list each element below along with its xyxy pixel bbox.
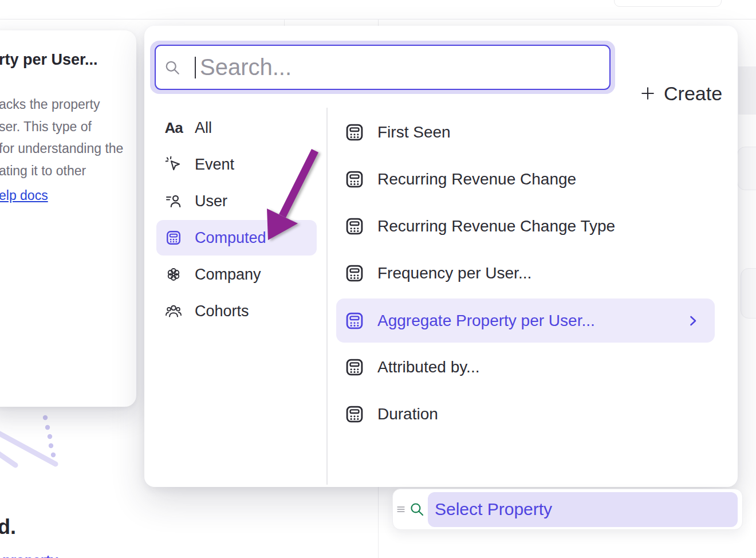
- search-input[interactable]: [199, 54, 609, 81]
- property-label: Duration: [377, 405, 438, 423]
- truncated-heading: d.: [0, 515, 16, 539]
- category-label: Company: [195, 266, 261, 284]
- search-field[interactable]: [155, 45, 611, 90]
- drag-handle-icon[interactable]: [395, 504, 407, 515]
- category-label: User: [195, 192, 227, 210]
- tooltip-body: acks the property ser. This type of for …: [0, 93, 123, 207]
- create-button[interactable]: Create: [636, 81, 726, 106]
- property-item-recurring-revenue-change-type[interactable]: Recurring Revenue Change Type: [336, 203, 715, 250]
- cohorts-icon: [164, 302, 183, 320]
- property-item-aggregate-property-per-user[interactable]: Aggregate Property per User...: [336, 298, 715, 343]
- modal-column-divider: [326, 108, 328, 485]
- category-label: Event: [195, 156, 234, 174]
- text-format-icon: Aa: [164, 119, 183, 137]
- category-label: Computed: [195, 229, 266, 247]
- property-result-list: First Seen Recurring Revenue Change Recu…: [336, 109, 715, 438]
- property-item-attributed-by[interactable]: Attributed by...: [336, 344, 715, 391]
- tooltip-line: ating it to other: [0, 160, 123, 182]
- background-button-fragment: [614, 0, 722, 7]
- category-label: Cohorts: [195, 302, 249, 320]
- tooltip-line: ser. This type of: [0, 116, 123, 138]
- search-focus-ring: [150, 41, 615, 94]
- property-label: Recurring Revenue Change Type: [377, 217, 615, 235]
- empty-state-illustration: [0, 410, 63, 473]
- property-item-first-seen[interactable]: First Seen: [336, 109, 715, 156]
- category-item-cohorts[interactable]: Cohorts: [156, 293, 317, 329]
- tooltip-title: rty per User...: [0, 51, 98, 69]
- calculator-icon: [344, 122, 365, 143]
- property-picker-modal: Create Aa All Event User: [144, 26, 738, 487]
- search-icon: [164, 59, 181, 76]
- property-item-recurring-revenue-change[interactable]: Recurring Revenue Change: [336, 156, 715, 203]
- calculator-icon: [344, 404, 365, 425]
- annotation-arrow: [261, 142, 326, 254]
- property-tooltip-card: rty per User... acks the property ser. T…: [0, 30, 136, 407]
- property-label: Attributed by...: [377, 358, 479, 376]
- property-item-frequency-per-user[interactable]: Frequency per User...: [336, 250, 715, 297]
- tooltip-line: for understanding the: [0, 137, 123, 160]
- create-button-label: Create: [664, 82, 722, 105]
- page: d. property rty per User... acks the pro…: [0, 0, 756, 558]
- property-item-duration[interactable]: Duration: [336, 391, 715, 438]
- plus-icon: [639, 85, 656, 102]
- category-label: All: [195, 119, 212, 137]
- calculator-icon: [344, 216, 365, 237]
- select-property-label: Select Property: [435, 500, 552, 519]
- select-property-button[interactable]: Select Property: [428, 492, 738, 527]
- category-item-all[interactable]: Aa All: [156, 110, 317, 146]
- property-label: Aggregate Property per User...: [377, 312, 595, 330]
- background-card-fragment: [741, 268, 756, 319]
- help-docs-link[interactable]: elp docs: [0, 184, 48, 207]
- property-label: First Seen: [377, 123, 451, 142]
- event-cursor-icon: [164, 155, 183, 174]
- property-selector-card: Select Property: [392, 489, 743, 530]
- tooltip-line: acks the property: [0, 93, 123, 116]
- truncated-link[interactable]: property: [2, 552, 58, 558]
- text-cursor: [195, 57, 196, 78]
- calculator-icon: [344, 311, 365, 331]
- background-card-fragment: [737, 147, 756, 190]
- calculator-icon: [164, 229, 183, 247]
- property-search-icon: [409, 501, 425, 517]
- company-icon: [164, 265, 183, 284]
- property-label: Recurring Revenue Change: [377, 170, 576, 188]
- calculator-icon: [344, 357, 365, 378]
- category-item-company[interactable]: Company: [156, 257, 317, 292]
- user-icon: [164, 192, 183, 210]
- calculator-icon: [344, 169, 365, 190]
- property-label: Frequency per User...: [377, 264, 531, 282]
- chevron-right-icon: [686, 314, 700, 328]
- calculator-icon: [344, 263, 365, 284]
- background-panel-fragment: [738, 66, 756, 115]
